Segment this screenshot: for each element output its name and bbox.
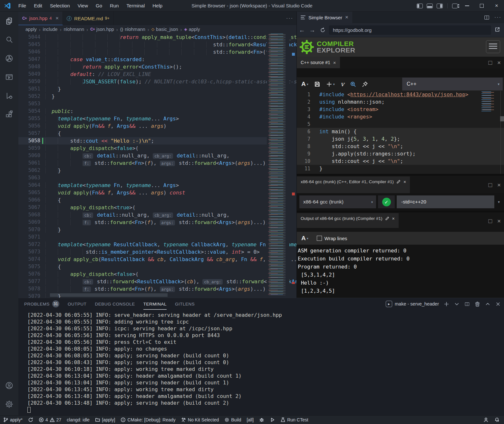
code-line[interactable]: 5061 f: std::forward<Fn>(f), args: std::…	[18, 159, 267, 167]
panel-tab-debug-console[interactable]: DEBUG CONSOLE	[95, 298, 135, 310]
code-line[interactable]: 5045 std::forward<ResultCallback>(cb),	[18, 41, 267, 48]
rename-icon[interactable]	[396, 179, 401, 185]
panel-tab-terminal[interactable]: TERMINAL	[143, 298, 167, 310]
code-line[interactable]: 5057 {	[18, 130, 267, 137]
problems-status[interactable]: 4 27	[39, 417, 61, 422]
code-line[interactable]: 5076 apply_dispatch<false>(	[18, 270, 267, 278]
open-external-button[interactable]	[494, 27, 500, 34]
reload-button[interactable]	[317, 27, 328, 33]
menu-selection[interactable]: Selection	[47, 2, 73, 10]
code-line[interactable]: 5051 }	[18, 85, 267, 93]
maximize-pane-icon[interactable]: □	[488, 218, 492, 225]
horizontal-scrollbar[interactable]	[50, 293, 168, 297]
source-line[interactable]: 8 std::cout << j << "\n";	[297, 143, 504, 150]
kill-terminal-icon[interactable]	[475, 301, 480, 307]
code-line[interactable]: 5058 std::cout << "Hello :-)\n";	[18, 137, 267, 145]
chevron-down-icon[interactable]	[454, 301, 460, 307]
close-pane-icon[interactable]: ×	[497, 59, 501, 66]
add-pane-button[interactable]: ▾	[326, 81, 335, 87]
launch-button[interactable]	[270, 417, 275, 422]
compiler-pane-tab[interactable]: x86-64 gcc (trunk) (C++, Editor #1, Comp…	[297, 176, 410, 193]
source-line[interactable]: 6int main() {	[297, 128, 504, 135]
code-line[interactable]: 5056 void apply(Fn&& f, Args&& ... args)	[18, 122, 267, 130]
code-line[interactable]: 5046 std::forward<Fn>(f));	[18, 48, 267, 56]
code-line[interactable]: 5071	[18, 233, 267, 241]
compiler-select[interactable]: x86-64 gcc (trunk) ▾	[299, 195, 376, 208]
code-line[interactable]: 5065 void apply(Fn&& f, Args&& ... args)…	[18, 189, 267, 196]
save-button[interactable]	[314, 81, 320, 87]
breadcrumb-item-apply[interactable]: ◈apply	[184, 27, 200, 32]
build-target[interactable]: [all]	[247, 417, 254, 422]
accounts-button[interactable]	[0, 376, 18, 395]
kit-selector[interactable]: No Kit Selected	[181, 417, 219, 422]
menu-terminal[interactable]: Terminal	[123, 2, 148, 10]
menu-view[interactable]: View	[74, 2, 91, 10]
terminal-content[interactable]: [2022-04-30 06:05:55] INFO: serve_header…	[18, 312, 504, 415]
source-line[interactable]: 3#include <iostream>	[297, 106, 504, 113]
sidebar-item-cmake[interactable]	[0, 68, 18, 86]
code-line[interactable]: 5052 }	[18, 93, 267, 100]
code-line[interactable]: 5068 cb: detail::null_arg, cb_arg: detai…	[18, 211, 267, 219]
close-tab-icon[interactable]: ×	[345, 14, 348, 21]
back-button[interactable]: ←	[297, 27, 307, 34]
ctest-button[interactable]: Run CTest	[280, 417, 308, 422]
code-line[interactable]: 5060 cb: detail::null_arg, cb_arg: detai…	[18, 152, 267, 159]
settings-button[interactable]	[0, 395, 18, 413]
breadcrumb-item-basic_json[interactable]: ◇basic_json	[151, 27, 178, 32]
code-line[interactable]: 5067 apply_dispatch<true>(	[18, 204, 267, 211]
source-line[interactable]: 4#include <ranges>	[297, 113, 504, 120]
menu-edit[interactable]: Edit	[31, 2, 45, 10]
code-editor[interactable]: 5044 return apply_make_tuple<ConstThis>(…	[18, 33, 296, 298]
toggle-sidebar-icon[interactable]	[417, 4, 423, 8]
clangd-status[interactable]: clangd: idle	[67, 417, 90, 422]
source-line[interactable]: 9 j.apply(std::ranges::sort);	[297, 150, 504, 157]
publish-button[interactable]	[28, 417, 33, 422]
sidebar-item-extensions[interactable]	[0, 105, 18, 124]
output-pane-tab[interactable]: Output of x86-64 gcc (trunk) (Compiler #…	[297, 213, 399, 228]
panel-tab-output[interactable]: OUTPUT	[68, 298, 87, 310]
menu-file[interactable]: File	[15, 2, 29, 10]
source-line[interactable]: 7 json j{5, 3, 1, 4, 2};	[297, 135, 504, 143]
close-icon[interactable]: ×	[333, 60, 336, 65]
language-select[interactable]: C++ ▾	[402, 78, 503, 90]
font-size-button[interactable]: A▾	[301, 80, 308, 88]
panel-tab-problems[interactable]: PROBLEMS31	[24, 298, 59, 310]
maximize-button[interactable]	[474, 0, 489, 12]
code-line[interactable]: 5044 return apply_make_tuple<ConstThis>(…	[18, 33, 267, 41]
source-code-editor[interactable]: 1#include <https://localhost:8443/apply/…	[297, 91, 504, 174]
debug-button[interactable]	[259, 417, 264, 422]
rename-icon[interactable]	[385, 216, 390, 221]
minimize-button[interactable]	[460, 0, 474, 12]
maximize-pane-icon[interactable]: □	[488, 182, 492, 189]
close-pane-icon[interactable]: ×	[497, 182, 501, 189]
split-terminal-icon[interactable]	[464, 301, 470, 307]
vim-mode-button[interactable]: v	[341, 80, 344, 88]
maximize-pane-icon[interactable]: □	[488, 59, 492, 66]
source-line[interactable]: 10 std::cout << j << "\n";	[297, 157, 504, 165]
tab-json-hpp[interactable]: C+ json.hpp 4 ×	[18, 12, 63, 25]
maximize-panel-icon[interactable]	[485, 301, 490, 307]
close-pane-icon[interactable]: ×	[497, 218, 501, 225]
close-icon[interactable]: ×	[392, 216, 395, 221]
source-line[interactable]: 1#include <https://localhost:8443/apply/…	[297, 91, 504, 98]
code-line[interactable]: 5054 public:	[18, 108, 267, 115]
close-tab-icon[interactable]: ×	[55, 15, 59, 22]
breadcrumb-item-include[interactable]: include	[43, 27, 58, 32]
sidebar-item-search[interactable]	[0, 30, 18, 49]
toggle-secondary-sidebar-icon[interactable]	[437, 4, 443, 8]
sidebar-item-source-control[interactable]	[0, 49, 18, 68]
flags-dropdown-icon[interactable]: ▾	[495, 195, 503, 208]
font-size-button[interactable]: A▾	[301, 235, 308, 242]
code-line[interactable]: 5059 apply_dispatch<false>(	[18, 145, 267, 152]
zoom-button[interactable]	[350, 81, 356, 87]
panel-tab-gitlens[interactable]: GITLENS	[175, 298, 195, 310]
tab-readme-md[interactable]: i README.md 9+	[63, 12, 113, 25]
editor-more-actions-icon[interactable]: ···	[286, 12, 293, 25]
code-line[interactable]: 5047 case value_t::discarded:	[18, 56, 267, 63]
build-button[interactable]: Build	[224, 417, 241, 422]
code-line[interactable]: 5074 void apply_cb(ResultCallback && cb,…	[18, 256, 267, 263]
code-line[interactable]: 5050 JSON_ASSERT(false); // NOLINT(cert-…	[18, 78, 267, 85]
sidebar-item-explorer[interactable]	[0, 12, 18, 30]
hamburger-menu-icon[interactable]	[486, 40, 500, 53]
close-panel-icon[interactable]	[495, 301, 501, 307]
